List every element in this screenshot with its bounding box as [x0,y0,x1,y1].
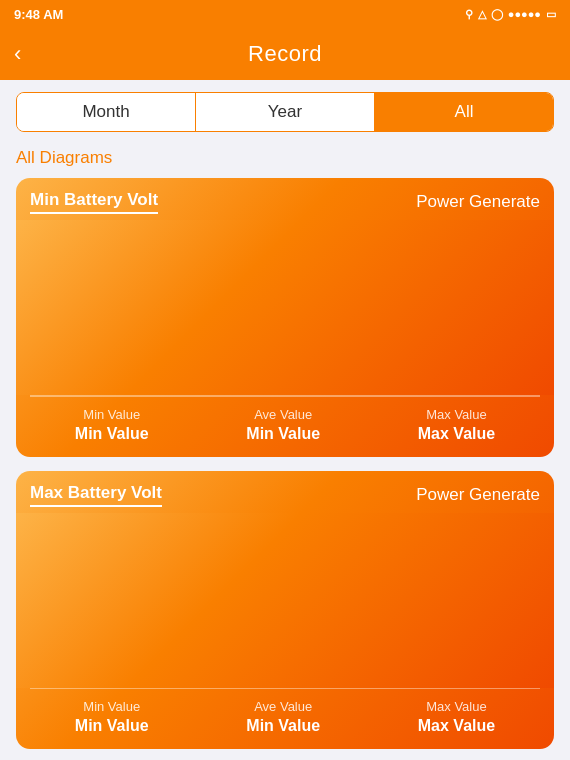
footer-label-max-1: Max Value [426,407,486,422]
segmented-control: Month Year All [16,92,554,132]
footer-value-max-1: Max Value [418,425,495,443]
footer-col-ave-1: Ave Value Min Value [246,407,320,443]
footer-col-min-2: Min Value Min Value [75,699,149,735]
footer-col-ave-2: Ave Value Min Value [246,699,320,735]
footer-label-max-2: Max Value [426,699,486,714]
header: ‹ Record [0,28,570,80]
chart-area-2 [16,513,554,688]
footer-label-min-2: Min Value [83,699,140,714]
battery-icon: ▭ [546,8,556,21]
clock-icon: ◯ [491,8,503,21]
card-max-battery: Max Battery Volt Power Generate Min Valu… [16,471,554,750]
card-header-2: Max Battery Volt Power Generate [16,471,554,513]
footer-label-min-1: Min Value [83,407,140,422]
footer-value-min-1: Min Value [75,425,149,443]
card-title-right-2: Power Generate [416,485,540,505]
segment-year[interactable]: Year [195,93,374,131]
segmented-wrapper: Month Year All [0,80,570,140]
footer-value-ave-2: Min Value [246,717,320,735]
footer-col-max-1: Max Value Max Value [418,407,495,443]
card-title-left-2: Max Battery Volt [30,483,162,507]
page-title: Record [248,41,322,67]
chart-area-1 [16,220,554,395]
bluetooth-icon: ⚲ [465,8,473,21]
card-min-battery: Min Battery Volt Power Generate Min Valu… [16,178,554,457]
footer-col-min-1: Min Value Min Value [75,407,149,443]
footer-value-ave-1: Min Value [246,425,320,443]
segment-all[interactable]: All [374,93,553,131]
card-footer-2: Min Value Min Value Ave Value Min Value … [16,689,554,749]
footer-col-max-2: Max Value Max Value [418,699,495,735]
card-title-right-1: Power Generate [416,192,540,212]
card-title-left-1: Min Battery Volt [30,190,158,214]
status-bar: 9:48 AM ⚲ △ ◯ ●●●●● ▭ [0,0,570,28]
segment-month[interactable]: Month [17,93,195,131]
status-icons: ⚲ △ ◯ ●●●●● ▭ [465,8,556,21]
alarm-icon: △ [478,8,486,21]
card-footer-1: Min Value Min Value Ave Value Min Value … [16,397,554,457]
footer-label-ave-2: Ave Value [254,699,312,714]
footer-label-ave-1: Ave Value [254,407,312,422]
status-time: 9:48 AM [14,7,63,22]
footer-value-min-2: Min Value [75,717,149,735]
back-button[interactable]: ‹ [14,43,21,65]
footer-value-max-2: Max Value [418,717,495,735]
signal-icon: ●●●●● [508,8,541,20]
section-label: All Diagrams [0,140,570,174]
card-header-1: Min Battery Volt Power Generate [16,178,554,220]
